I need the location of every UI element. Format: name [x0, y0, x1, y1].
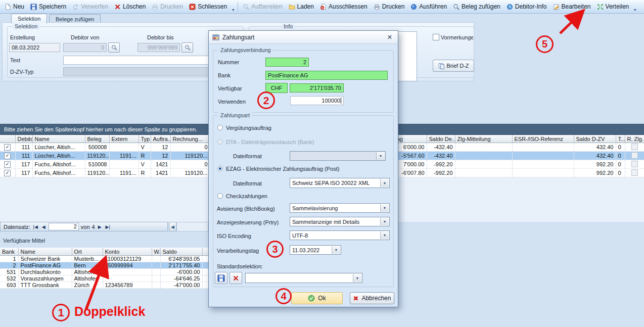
- first-record-button[interactable]: |◀: [32, 224, 39, 229]
- debitor-bis-field[interactable]: 999'999'999: [137, 43, 180, 52]
- next-record-button[interactable]: ▶: [97, 224, 103, 229]
- hscroll-left-button[interactable]: ◀: [169, 222, 176, 231]
- dialog-close-icon[interactable]: ✕: [385, 33, 394, 41]
- row-checkbox[interactable]: [4, 153, 11, 159]
- header-name[interactable]: Name: [32, 135, 85, 143]
- application-window: Neu Speichern Verwerfen Löschen Drucken …: [0, 0, 644, 327]
- delete-button[interactable]: Löschen: [111, 1, 149, 12]
- form-icon: [212, 34, 219, 41]
- header-auftrag[interactable]: Auftra...: [151, 135, 170, 143]
- delete-button-label: Löschen: [123, 3, 146, 10]
- ezag-dateiformat-combo[interactable]: Schweiz SEPA ISO 20022 XML ▼: [290, 178, 390, 188]
- save-icon: [30, 4, 37, 10]
- r-zlg-checkbox[interactable]: [631, 169, 638, 176]
- grid-group-hint-label: Bitte ziehen Sie den Spaltenkopf hierher…: [4, 126, 197, 132]
- header-r-zlg[interactable]: R. Zlg...: [625, 135, 644, 143]
- prepare-button[interactable]: Aufbereiten: [240, 1, 285, 12]
- header-beleg[interactable]: Beleg: [85, 135, 109, 143]
- print2-button[interactable]: Drucken: [371, 1, 408, 12]
- hscroll-track[interactable]: [176, 222, 208, 231]
- toolbar-overflow-icon[interactable]: ▾: [632, 1, 638, 13]
- iso-encoding-value: UTF-8: [292, 232, 308, 239]
- header-esr-iso-referenz[interactable]: ESR-/ISO-Referenz: [512, 135, 574, 143]
- exclude-button[interactable]: Ausschliessen: [317, 1, 371, 12]
- iso-encoding-combo[interactable]: UTF-8 ▼: [290, 230, 390, 240]
- debitor-von-field[interactable]: 0: [63, 43, 107, 52]
- standardselektion-delete-button[interactable]: [229, 272, 242, 284]
- standardselektion-combo[interactable]: ▼: [245, 273, 362, 283]
- verwenden-input[interactable]: 100000: [290, 96, 344, 105]
- header-bank-name[interactable]: Name: [18, 248, 72, 256]
- new-button[interactable]: Neu: [2, 1, 27, 12]
- debitor-von-lookup-button[interactable]: [108, 42, 120, 53]
- header-extern[interactable]: Extern: [109, 135, 139, 143]
- debitor-info-button[interactable]: Debitor-Info: [503, 1, 550, 12]
- close-button[interactable]: Schliessen: [186, 1, 230, 12]
- erstellung-field[interactable]: 08.03.2022: [9, 43, 60, 52]
- bank-field[interactable]: PostFinance AG: [265, 71, 388, 80]
- brief-dzv-button[interactable]: Brief D-Z: [433, 60, 474, 72]
- annotation-step-2: 2: [257, 91, 275, 109]
- tab-selektion[interactable]: Selektion: [11, 14, 47, 23]
- edit-button[interactable]: Bearbeiten: [550, 1, 594, 12]
- list-item[interactable]: 531 Durchlaufskonto Altishofen -6'000.00: [0, 269, 208, 275]
- radio-dta[interactable]: [217, 139, 223, 145]
- header-rechnung[interactable]: Rechnung...: [170, 135, 210, 143]
- r-zlg-checkbox[interactable]: [631, 152, 638, 159]
- header-saldo[interactable]: Saldo: [160, 248, 202, 256]
- bank-label: Bank: [218, 72, 231, 78]
- print-button-label: Drucken: [160, 3, 183, 10]
- debitor-bis-lookup-button[interactable]: [181, 42, 193, 53]
- radio-checkzahlungen[interactable]: [217, 193, 223, 199]
- header-t[interactable]: T...: [616, 135, 625, 143]
- dta-dateiformat-combo[interactable]: ▼: [290, 151, 386, 161]
- dialog-titlebar[interactable]: Zahlungsart ✕: [209, 31, 398, 44]
- header-konto[interactable]: Konto: [103, 248, 152, 256]
- ok-button[interactable]: Ok: [291, 292, 343, 304]
- add-document-button[interactable]: Beleg zufügen: [450, 1, 503, 12]
- r-zlg-checkbox[interactable]: [631, 144, 638, 150]
- row-checkbox[interactable]: [4, 170, 11, 176]
- header-debitor[interactable]: Debitor: [15, 135, 32, 143]
- header-ort[interactable]: Ort: [72, 248, 103, 256]
- dta-dateiformat-label: Dateiformat: [233, 153, 262, 159]
- header-typ[interactable]: Typ: [139, 135, 151, 143]
- load-button[interactable]: Laden: [286, 1, 317, 12]
- list-item[interactable]: 1 Schweizer Bank Musterb... 110003121129…: [0, 256, 208, 262]
- anzeigesteuerung-combo[interactable]: Sammelanzeige mit Details ▼: [290, 217, 390, 226]
- radio-verguetungsauftrag[interactable]: [217, 125, 223, 130]
- header-saldo-debitor[interactable]: Saldo De...: [427, 135, 455, 143]
- last-record-button[interactable]: ▶|: [105, 224, 111, 229]
- main-toolbar: Neu Speichern Verwerfen Löschen Drucken …: [0, 0, 644, 14]
- header-waehrung[interactable]: W...: [152, 248, 160, 256]
- magnifier-icon: [453, 4, 459, 10]
- toolbar-overflow-icon[interactable]: ▾: [230, 1, 236, 13]
- header-saldo-dzv[interactable]: Saldo D-ZV: [574, 135, 616, 143]
- x-icon: ✖: [353, 295, 359, 302]
- list-item[interactable]: 532 Vorauszahlungen Altishofen -64'646.2…: [0, 275, 208, 282]
- discard-button[interactable]: Verwerfen: [69, 1, 111, 12]
- row-checkbox[interactable]: [4, 144, 11, 151]
- verarbeitungstag-combo[interactable]: 11.03.2022 ▼: [290, 245, 341, 255]
- radio-ezag[interactable]: [217, 166, 223, 171]
- row-checkbox[interactable]: [4, 161, 11, 168]
- standardselektion-save-button[interactable]: [215, 272, 227, 284]
- header-checkbox-col[interactable]: [0, 135, 15, 143]
- header-bank[interactable]: Bank: [0, 248, 18, 256]
- header-zlg-mitteilung[interactable]: Zlg-Mitteilung: [455, 135, 512, 143]
- debitor-info-button-label: Debitor-Info: [515, 3, 547, 10]
- avisierung-combo[interactable]: Sammelavisierung ▼: [290, 203, 390, 213]
- chevron-down-icon: ▼: [332, 246, 340, 254]
- nummer-field[interactable]: 2: [265, 58, 309, 67]
- cancel-button[interactable]: ✖ Abbrechen: [350, 292, 394, 304]
- run-button[interactable]: Ausführen: [407, 1, 450, 12]
- prev-record-button[interactable]: ◀: [41, 224, 47, 229]
- r-zlg-checkbox[interactable]: [631, 161, 638, 167]
- save-button[interactable]: Speichern: [27, 1, 69, 12]
- record-number-input[interactable]: 2: [49, 223, 79, 230]
- list-item[interactable]: 693 TTT Grossbank Zürich 123456789 -47'0…: [0, 282, 208, 289]
- vormerkungen-checkbox[interactable]: [433, 34, 439, 40]
- distribute-button[interactable]: Verteilen: [594, 1, 632, 12]
- print-button[interactable]: Drucken: [149, 1, 186, 12]
- list-item-selected[interactable]: 2 PostFinance AG Bern 850999994 2'171'75…: [0, 262, 208, 269]
